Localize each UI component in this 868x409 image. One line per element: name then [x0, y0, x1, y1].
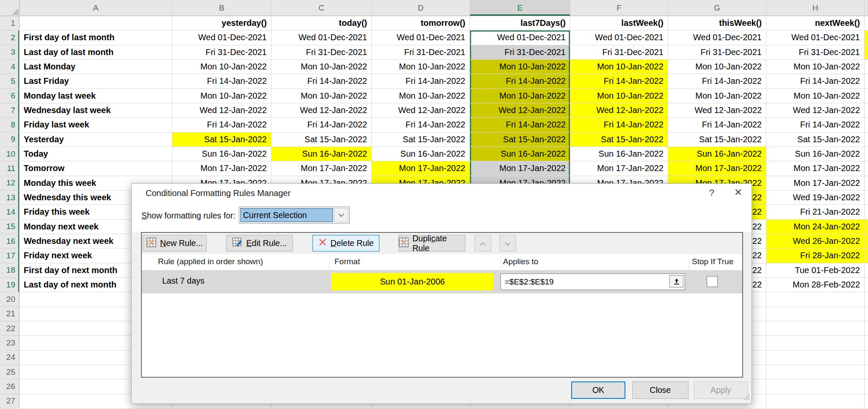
cell-B4[interactable]: Mon 10-Jan-2022	[172, 60, 271, 74]
move-rule-up-button[interactable]	[474, 235, 491, 251]
cell-A3[interactable]: Last day of last month	[19, 45, 172, 60]
cell-H20[interactable]	[766, 292, 865, 307]
cell-B5[interactable]: Fri 14-Jan-2022	[172, 74, 271, 88]
cell-H7[interactable]: Wed 12-Jan-2022	[766, 103, 865, 118]
cell-E5[interactable]: Fri 14-Jan-2022	[470, 74, 570, 88]
cell-B7[interactable]: Wed 12-Jan-2022	[172, 103, 271, 118]
cell-E1[interactable]: last7Days()	[470, 16, 570, 30]
cell-C1[interactable]: today()	[271, 16, 372, 30]
cell-B2[interactable]: Wed 01-Dec-2021	[172, 30, 271, 45]
cell-H11[interactable]: Mon 17-Jan-2022	[766, 161, 865, 176]
cell-G1[interactable]: thisWeek()	[668, 16, 766, 30]
cell-E10[interactable]: Sun 16-Jan-2022	[470, 147, 570, 161]
cell-B8[interactable]: Fri 14-Jan-2022	[172, 118, 271, 132]
cell-G6[interactable]: Mon 10-Jan-2022	[668, 89, 766, 103]
cell-H25[interactable]	[766, 365, 865, 379]
close-icon[interactable]: ✕	[734, 187, 742, 198]
row-header-21[interactable]: 21	[0, 307, 19, 321]
applies-to-input[interactable]	[501, 274, 670, 290]
cell-A6[interactable]: Monday last week	[19, 89, 172, 103]
move-rule-down-button[interactable]	[499, 235, 516, 251]
cell-H9[interactable]: Sat 15-Jan-2022	[766, 133, 865, 147]
row-header-24[interactable]: 24	[0, 351, 19, 365]
cell-E4[interactable]: Mon 10-Jan-2022	[470, 60, 570, 74]
row-header-11[interactable]: 11	[0, 161, 19, 176]
cell-C3[interactable]: Fri 31-Dec-2021	[271, 45, 372, 60]
cell-F8[interactable]: Fri 14-Jan-2022	[570, 118, 668, 132]
cell-F9[interactable]: Sat 15-Jan-2022	[570, 133, 668, 147]
collapse-dialog-icon[interactable]	[669, 275, 683, 287]
cell-B1[interactable]: yesterday()	[172, 16, 271, 30]
row-header-13[interactable]: 13	[0, 191, 19, 205]
cell-G3[interactable]: Fri 31-Dec-2021	[668, 45, 766, 60]
row-header-15[interactable]: 15	[0, 220, 19, 234]
cell-A4[interactable]: Last Monday	[19, 60, 172, 74]
cell-D1[interactable]: tomorrow()	[372, 16, 470, 30]
cell-H17[interactable]: Fri 28-Jan-2022	[766, 249, 865, 263]
cell-E8[interactable]: Fri 14-Jan-2022	[470, 118, 570, 132]
row-header-2[interactable]: 2	[0, 30, 19, 45]
row-header-25[interactable]: 25	[0, 365, 19, 379]
cell-A8[interactable]: Friday last week	[19, 118, 172, 132]
cell-D3[interactable]: Fri 31-Dec-2021	[372, 45, 470, 60]
cell-F5[interactable]: Fri 14-Jan-2022	[570, 74, 668, 88]
cell-A9[interactable]: Yesterday	[19, 133, 172, 147]
select-all-corner[interactable]	[0, 0, 19, 16]
cell-H4[interactable]: Mon 10-Jan-2022	[766, 60, 865, 74]
cell-G8[interactable]: Fri 14-Jan-2022	[668, 118, 766, 132]
cell-C9[interactable]: Sat 15-Jan-2022	[271, 133, 372, 147]
cell-C11[interactable]: Mon 17-Jan-2022	[271, 161, 372, 176]
column-header-B[interactable]: B	[172, 0, 271, 16]
row-header-9[interactable]: 9	[0, 133, 19, 147]
cell-H19[interactable]: Mon 28-Feb-2022	[766, 278, 865, 292]
cell-H27[interactable]	[766, 394, 865, 409]
row-header-3[interactable]: 3	[0, 45, 19, 60]
row-header-7[interactable]: 7	[0, 103, 19, 118]
cell-D4[interactable]: Mon 10-Jan-2022	[372, 60, 470, 74]
cell-H12[interactable]: Mon 17-Jan-2022	[766, 176, 865, 191]
cell-B3[interactable]: Fri 31-Dec-2021	[172, 45, 271, 60]
dialog-titlebar[interactable]: Conditional Formatting Rules Manager ? ✕	[132, 184, 752, 203]
cell-F7[interactable]: Wed 12-Jan-2022	[570, 103, 668, 118]
cell-D8[interactable]: Fri 14-Jan-2022	[372, 118, 470, 132]
cell-D11[interactable]: Mon 17-Jan-2022	[372, 161, 470, 176]
cell-H26[interactable]	[766, 379, 865, 394]
cell-E7[interactable]: Wed 12-Jan-2022	[470, 103, 570, 118]
cell-H16[interactable]: Wed 26-Jan-2022	[766, 234, 865, 249]
row-header-5[interactable]: 5	[0, 74, 19, 88]
cell-H15[interactable]: Mon 24-Jan-2022	[766, 220, 865, 234]
row-header-6[interactable]: 6	[0, 89, 19, 103]
cell-A5[interactable]: Last Friday	[19, 74, 172, 88]
ok-button[interactable]: OK	[571, 381, 625, 399]
cell-D9[interactable]: Sat 15-Jan-2022	[372, 133, 470, 147]
rule-row[interactable]: Last 7 days Sun 01-Jan-2006	[142, 270, 742, 293]
cell-H10[interactable]: Sun 16-Jan-2022	[766, 147, 865, 161]
cell-H21[interactable]	[766, 307, 865, 321]
cell-H13[interactable]: Wed 19-Jan-2022	[766, 191, 865, 205]
cell-F4[interactable]: Mon 10-Jan-2022	[570, 60, 668, 74]
resize-grip[interactable]	[744, 394, 750, 402]
cell-B11[interactable]: Mon 17-Jan-2022	[172, 161, 271, 176]
cell-G5[interactable]: Fri 14-Jan-2022	[668, 74, 766, 88]
row-header-20[interactable]: 20	[0, 292, 19, 307]
chevron-down-icon[interactable]	[334, 208, 348, 222]
new-rule-button[interactable]: New Rule...	[143, 235, 207, 251]
cell-H1[interactable]: nextWeek()	[766, 16, 865, 30]
cell-C7[interactable]: Wed 12-Jan-2022	[271, 103, 372, 118]
edit-rule-button[interactable]: Edit Rule...	[226, 235, 293, 251]
cell-G10[interactable]: Sun 16-Jan-2022	[668, 147, 766, 161]
column-header-H[interactable]: H	[766, 0, 865, 16]
close-button[interactable]: Close	[632, 381, 688, 399]
cell-H22[interactable]	[766, 321, 865, 336]
cell-G9[interactable]: Sat 15-Jan-2022	[668, 133, 766, 147]
cell-B10[interactable]: Sun 16-Jan-2022	[172, 147, 271, 161]
column-header-F[interactable]: F	[570, 0, 668, 16]
cell-H6[interactable]: Mon 10-Jan-2022	[766, 89, 865, 103]
row-header-26[interactable]: 26	[0, 379, 19, 394]
cell-F10[interactable]: Sun 16-Jan-2022	[570, 147, 668, 161]
cell-D5[interactable]: Fri 14-Jan-2022	[372, 74, 470, 88]
cell-H8[interactable]: Fri 14-Jan-2022	[766, 118, 865, 132]
cell-E3[interactable]: Fri 31-Dec-2021	[470, 45, 570, 60]
cell-C2[interactable]: Wed 01-Dec-2021	[271, 30, 372, 45]
cell-D7[interactable]: Wed 12-Jan-2022	[372, 103, 470, 118]
